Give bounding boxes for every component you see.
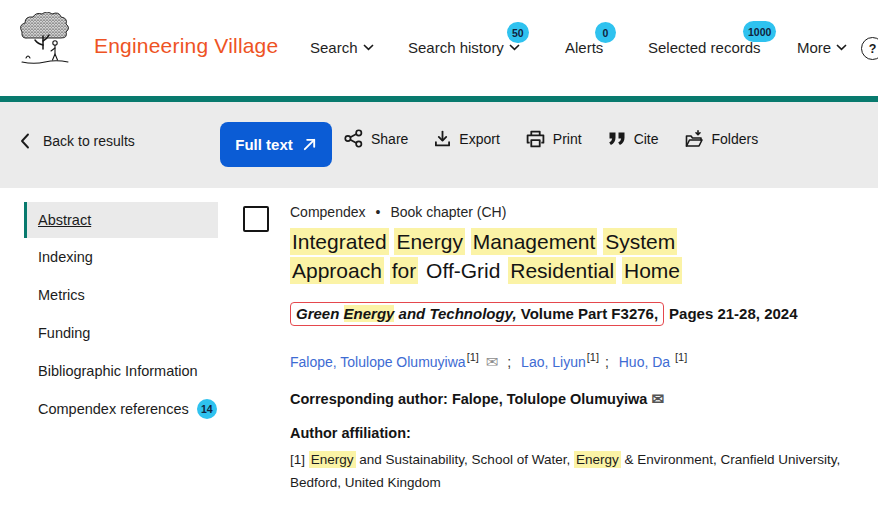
nav-selected-records[interactable]: Selected records [648, 39, 761, 56]
export-button[interactable]: Export [434, 130, 499, 147]
nav-alerts[interactable]: Alerts [565, 39, 603, 56]
elsevier-tree-logo[interactable] [14, 12, 76, 74]
title-word: Residential [508, 257, 616, 284]
title-line-1: Integrated Energy Management System [290, 227, 872, 256]
title-word: Approach [290, 257, 384, 284]
title-word: System [603, 228, 677, 255]
corresponding-author-label: Corresponding author: [290, 391, 452, 407]
author-separator: ; [507, 354, 511, 370]
brand-title[interactable]: Engineering Village [94, 34, 278, 58]
chevron-down-icon [509, 44, 520, 51]
external-link-arrow-icon [302, 137, 317, 152]
authors-line: Falope, Tolulope Olumuyiwa[1] ✉; Lao, Li… [290, 353, 872, 371]
sidebar-item-bibliographic-label: Bibliographic Information [38, 363, 198, 379]
sidebar-item-metrics-label: Metrics [38, 287, 85, 303]
source-segment: Energy [344, 305, 395, 322]
print-button[interactable]: Print [526, 130, 582, 148]
title-word: Management [471, 228, 598, 255]
search-history-count-badge: 50 [507, 22, 529, 43]
author-separator: ; [605, 354, 609, 370]
doc-type-label: Book chapter (CH) [390, 204, 506, 220]
sidebar-item-funding-label: Funding [38, 325, 90, 341]
title-word: Energy [394, 228, 465, 255]
quote-icon [608, 132, 626, 146]
author-affiliation-superscript: [1] [587, 351, 599, 363]
full-text-button[interactable]: Full text [220, 122, 332, 167]
share-icon [344, 129, 363, 148]
highlighted-source-box: Green Energy and Technology, Volume Part… [290, 302, 664, 326]
sidebar-item-abstract-label: Abstract [38, 212, 91, 228]
affiliation-segment: [1] [290, 452, 309, 467]
folders-button[interactable]: Folders [685, 130, 759, 148]
database-label: Compendex [290, 204, 366, 220]
author-link[interactable]: Falope, Tolulope Olumuyiwa [290, 354, 466, 370]
title-word: Off-Grid [424, 257, 502, 284]
affiliation-segment: Energy [574, 451, 621, 468]
sidebar-item-bibliographic-information[interactable]: Bibliographic Information [24, 352, 218, 390]
title-word: Home [622, 257, 682, 284]
title-word: for [390, 257, 419, 284]
corresponding-author-name: Falope, Tolulope Olumuyiwa [452, 391, 648, 407]
title-word: Integrated [290, 228, 389, 255]
nav-more[interactable]: More [797, 39, 847, 56]
author-affiliation-heading: Author affiliation: [290, 425, 872, 441]
selected-records-count-badge: 1000 [743, 21, 776, 42]
author-affiliation-superscript: [1] [675, 351, 687, 363]
source-line: Green Energy and Technology, Volume Part… [290, 302, 872, 326]
alerts-count-badge: 0 [595, 22, 616, 43]
affiliation-segment: and Sustainability, School of Water, [356, 452, 574, 467]
print-label: Print [553, 131, 582, 147]
nav-selected-records-label: Selected records [648, 39, 761, 56]
nav-search-history-label: Search history [408, 39, 504, 56]
full-text-label: Full text [235, 136, 293, 153]
references-count-badge: 14 [197, 399, 217, 419]
cite-label: Cite [634, 131, 659, 147]
nav-more-label: More [797, 39, 831, 56]
record-actions: Share Export Print Cite Folders [344, 129, 758, 148]
nav-search[interactable]: Search [310, 39, 374, 56]
record-detail: Compendex • Book chapter (CH) Integrated… [290, 204, 872, 494]
title-line-2: Approach for Off-Grid Residential Home [290, 256, 872, 285]
record-meta-line: Compendex • Book chapter (CH) [290, 204, 872, 220]
source-segment: Volume Part F3276, [517, 305, 658, 322]
top-header: Engineering Village Search Search histor… [0, 0, 878, 96]
nav-search-history[interactable]: Search history [408, 39, 520, 56]
affiliation-segment: Energy [309, 451, 356, 468]
sidebar-item-funding[interactable]: Funding [24, 314, 218, 352]
sidebar-item-abstract[interactable]: Abstract [24, 202, 218, 238]
share-button[interactable]: Share [344, 129, 408, 148]
folder-add-icon [685, 130, 704, 148]
sidebar-item-compendex-references[interactable]: Compendex references 14 [24, 390, 218, 428]
help-icon[interactable]: ? [861, 37, 878, 60]
chevron-down-icon [363, 44, 374, 51]
chevron-left-icon [20, 133, 30, 149]
sidebar-item-indexing[interactable]: Indexing [24, 238, 218, 276]
engineering-village-record-page: Engineering Village Search Search histor… [0, 0, 878, 512]
sidebar-item-indexing-label: Indexing [38, 249, 93, 265]
author-email-icon[interactable]: ✉ [486, 353, 499, 370]
nav-search-label: Search [310, 39, 358, 56]
share-label: Share [371, 131, 408, 147]
export-download-icon [434, 130, 451, 147]
sidebar-item-references-label: Compendex references [38, 401, 189, 417]
export-label: Export [459, 131, 499, 147]
author-link[interactable]: Huo, Da [619, 354, 670, 370]
source-segment: and Technology, [394, 305, 516, 322]
record-select-checkbox[interactable] [243, 206, 269, 232]
author-affiliation-superscript: [1] [467, 351, 479, 363]
record-title: Integrated Energy Management System Appr… [290, 227, 872, 285]
bullet-separator: • [376, 204, 381, 220]
back-to-results-link[interactable]: Back to results [20, 133, 135, 149]
pages-year-label: Pages 21-28, 2024 [669, 305, 797, 322]
printer-icon [526, 130, 545, 148]
corresponding-email-icon[interactable]: ✉ [651, 390, 664, 407]
back-to-results-label: Back to results [43, 133, 135, 149]
folders-label: Folders [712, 131, 759, 147]
chevron-down-icon [836, 44, 847, 51]
record-toolbar: Back to results Full text Share Export P… [0, 102, 878, 188]
source-segment: Green [296, 305, 344, 322]
author-link[interactable]: Lao, Liyun [521, 354, 586, 370]
cite-button[interactable]: Cite [608, 131, 659, 147]
sidebar-item-metrics[interactable]: Metrics [24, 276, 218, 314]
nav-alerts-label: Alerts [565, 39, 603, 56]
